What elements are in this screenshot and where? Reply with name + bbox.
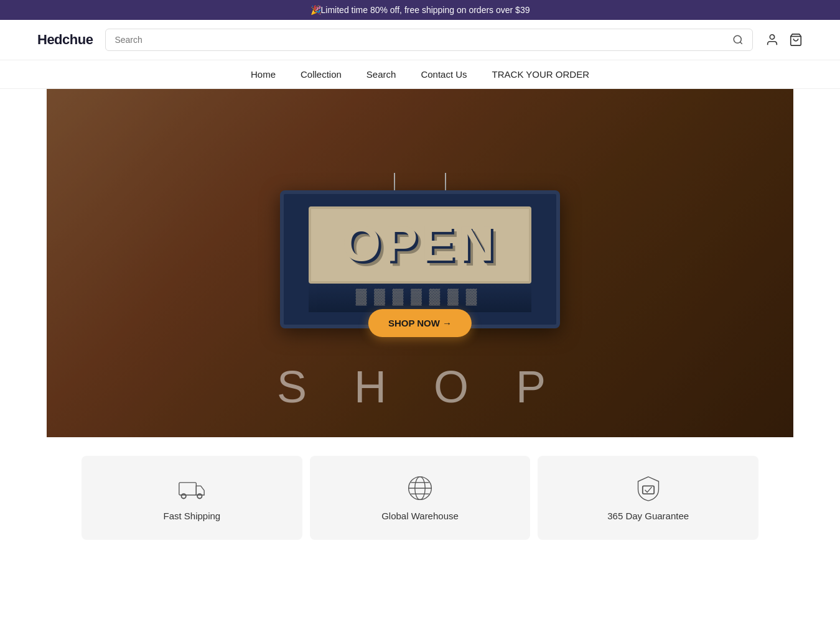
search-icon <box>732 34 744 45</box>
svg-rect-4 <box>179 483 197 495</box>
feature-guarantee: 365 Day Guarantee <box>538 456 758 540</box>
open-sign-shadow: ▓▓▓▓▓▓▓ <box>309 284 532 312</box>
cart-button[interactable] <box>789 33 803 47</box>
feature-guarantee-label: 365 Day Guarantee <box>607 511 689 521</box>
features-section: Fast Shipping Global Warehouse 365 Day G… <box>47 456 793 540</box>
hero-shop-text: S H O P <box>277 361 563 412</box>
nav-item-collection[interactable]: Collection <box>301 69 342 80</box>
logo[interactable]: Hedchue <box>37 32 93 48</box>
svg-line-1 <box>740 42 742 44</box>
open-text-shadow: ▓▓▓▓▓▓▓ <box>340 287 501 305</box>
search-input[interactable] <box>114 35 727 45</box>
sign-string-left <box>394 173 395 192</box>
svg-point-2 <box>770 35 774 39</box>
feature-global-warehouse-label: Global Warehouse <box>381 511 459 521</box>
feature-fast-shipping-label: Fast Shipping <box>163 511 220 521</box>
open-sign: OPEN ▓▓▓▓▓▓▓ SHOP NOW → <box>280 190 561 328</box>
account-button[interactable] <box>765 33 779 47</box>
globe-icon <box>406 475 434 502</box>
nav-item-contact[interactable]: Contact Us <box>421 69 467 80</box>
header: Hedchue <box>0 20 840 60</box>
truck-icon <box>178 475 205 502</box>
svg-point-0 <box>734 35 741 43</box>
open-text: OPEN <box>342 219 498 269</box>
shield-check-icon <box>635 475 662 502</box>
search-icon-button[interactable] <box>732 34 744 45</box>
announcement-bar: 🎉Limited time 80% off, free shipping on … <box>0 0 840 20</box>
shop-now-button[interactable]: SHOP NOW → <box>368 309 472 337</box>
announcement-text: 🎉Limited time 80% off, free shipping on … <box>310 5 530 15</box>
hero-section: OPEN ▓▓▓▓▓▓▓ SHOP NOW → S H O P <box>47 89 793 437</box>
nav-item-search[interactable]: Search <box>366 69 396 80</box>
feature-global-warehouse: Global Warehouse <box>310 456 531 540</box>
svg-point-5 <box>182 494 186 498</box>
feature-fast-shipping: Fast Shipping <box>82 456 302 540</box>
sign-string-right <box>445 173 446 192</box>
nav-item-track[interactable]: TRACK YOUR ORDER <box>492 69 589 80</box>
open-sign-inner: OPEN <box>309 206 532 284</box>
account-icon <box>765 33 779 47</box>
main-nav: Home Collection Search Contact Us TRACK … <box>0 60 840 89</box>
svg-point-6 <box>197 494 202 498</box>
svg-rect-12 <box>643 486 654 494</box>
cart-icon <box>789 33 803 47</box>
open-sign-container: OPEN ▓▓▓▓▓▓▓ SHOP NOW → <box>280 173 561 328</box>
sign-strings <box>394 173 446 192</box>
header-icons <box>765 33 803 47</box>
nav-item-home[interactable]: Home <box>251 69 276 80</box>
search-bar <box>105 29 753 51</box>
